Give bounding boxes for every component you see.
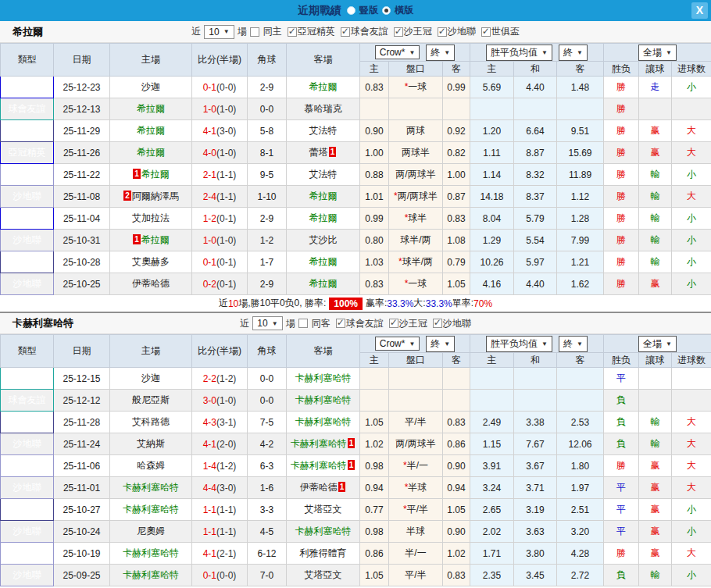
final-odds-select[interactable]: 終▼: [426, 45, 455, 61]
table-row: 球會友誼25-12-12般尼亞斯3-0(1-0)0-0卡赫利塞哈特負: [1, 390, 711, 412]
page-title: 近期戰績: [298, 4, 341, 18]
summary-segment: 100%: [329, 298, 363, 310]
league-checkbox[interactable]: [438, 27, 447, 37]
col-away: 客場: [287, 44, 360, 77]
away-team: 蕾塔1: [287, 142, 360, 164]
home-team: 哈森姆: [110, 455, 192, 477]
mean-away: 3.20: [557, 521, 604, 543]
match-date: 25-09-25: [54, 565, 110, 586]
mean-home: 2.49: [470, 412, 514, 433]
league-badge: 亞冠精英: [1, 142, 54, 164]
same-venue-checkbox[interactable]: [298, 319, 308, 328]
result-outcome: 勝: [604, 98, 639, 120]
away-team: 伊蒂哈德1: [287, 477, 360, 499]
odds-source-select[interactable]: Crow*▼: [375, 337, 420, 351]
close-button[interactable]: X: [691, 2, 708, 19]
match-date: 25-11-29: [54, 120, 110, 142]
mean-away: 2.53: [557, 412, 604, 433]
fulltime-score: 2-2: [203, 373, 216, 384]
mean-draw: 5.54: [514, 230, 557, 251]
mean-odds-select[interactable]: 胜平负均值▼: [486, 45, 552, 61]
match-count-select[interactable]: 10▼: [204, 25, 234, 39]
chevron-down-icon: ▼: [223, 28, 230, 35]
home-team-name: 卡赫利塞哈特: [123, 547, 179, 558]
league-checkbox[interactable]: [336, 319, 345, 328]
layout-radio-label[interactable]: 豎版: [359, 4, 378, 17]
result-goals: 大: [672, 412, 711, 433]
home-team-name: 沙迦: [141, 81, 160, 92]
corners: 1-6: [248, 477, 287, 499]
mean-home: 1.11: [470, 142, 514, 164]
chevron-down-icon: ▼: [666, 340, 672, 347]
odds-home: 0.88: [360, 164, 389, 186]
fulltime-score: 0-1: [203, 570, 216, 581]
sub-away: 客: [443, 62, 470, 77]
result-goals: [672, 390, 711, 412]
match-date: 25-12-23: [54, 77, 110, 98]
away-team-name: 希拉爾: [309, 212, 338, 223]
odds-away: 1.05: [443, 499, 470, 521]
league-checkbox[interactable]: [341, 27, 350, 37]
league-checkbox[interactable]: [394, 27, 403, 37]
corners: 2-9: [248, 273, 287, 295]
corners: 6-3: [248, 455, 287, 477]
team-name: 希拉爾: [13, 25, 43, 39]
mean-home: 2.02: [470, 521, 514, 543]
league-badge: 沙地聯: [1, 477, 54, 499]
halftime-score: (1-2): [216, 461, 236, 472]
league-checkbox[interactable]: [389, 319, 398, 328]
final-odds-select[interactable]: 終▼: [426, 336, 455, 352]
table-row: 亞冠精英25-11-04艾加拉法1-2(0-1)2-9希拉爾0.99*球半0.8…: [1, 208, 711, 230]
mean-draw: 8.87: [514, 142, 557, 164]
odds-away: [443, 98, 470, 120]
same-venue-checkbox[interactable]: [250, 27, 259, 37]
odds-source-select[interactable]: Crow*▼: [375, 45, 420, 59]
layout-radio[interactable]: [382, 6, 391, 15]
mean-away: 2.51: [557, 499, 604, 521]
scope-select[interactable]: 全場▼: [638, 45, 677, 61]
league-badge: 沙地聯: [1, 230, 54, 251]
league-checkbox[interactable]: [288, 27, 297, 37]
mean-home: 1.15: [470, 433, 514, 455]
layout-radio[interactable]: [347, 6, 356, 15]
away-team-name: 卡赫利塞哈特: [295, 394, 352, 405]
score: 0-2(0-1): [192, 273, 248, 295]
result-goals: 小: [672, 499, 711, 521]
home-team-name: 阿爾納澤馬: [132, 191, 179, 201]
sub-result-handicap: 讓球: [639, 353, 672, 368]
league-checkbox[interactable]: [433, 319, 442, 328]
home-team: 1希拉爾: [110, 164, 192, 186]
result-outcome: 平: [604, 368, 639, 390]
league-filter: 沙地聯: [438, 25, 476, 38]
handicap: 平/半: [389, 565, 443, 586]
result-outcome: 勝: [604, 273, 639, 295]
layout-radio-label[interactable]: 橫版: [395, 4, 413, 17]
fulltime-score: 1-0: [203, 235, 216, 246]
home-team-name: 希拉爾: [137, 147, 165, 158]
league-badge: 沙地聯: [1, 273, 54, 295]
result-goals: 小: [672, 521, 711, 543]
away-team: 艾法特: [287, 164, 360, 186]
handicap: 两/两球半: [389, 433, 443, 455]
final-mean-select[interactable]: 終▼: [559, 45, 588, 61]
match-count-select[interactable]: 10▼: [252, 316, 282, 330]
mean-odds-select[interactable]: 胜平负均值▼: [486, 336, 552, 352]
chevron-down-icon: ▼: [409, 49, 415, 56]
handicap-text: 球半/两: [402, 256, 433, 267]
sub-draw: 和: [514, 353, 557, 368]
handicap: *两/两球半: [389, 186, 443, 208]
odds-away: 1.05: [443, 273, 470, 295]
odds-home: 0.94: [360, 477, 389, 499]
final-mean-select[interactable]: 終▼: [559, 336, 588, 352]
sub-handicap: 盤口: [389, 353, 443, 368]
odds-home: 0.83: [360, 77, 389, 98]
match-date: 25-10-24: [54, 521, 110, 543]
away-team: 卡赫利塞哈特: [287, 390, 360, 412]
red-card-badge: 2: [123, 191, 131, 201]
league-checkbox[interactable]: [481, 27, 491, 37]
result-handicap: 赢: [639, 477, 672, 499]
odds-home: 1.00: [360, 142, 389, 164]
result-outcome: 平: [604, 499, 639, 521]
odds-away: [443, 368, 470, 390]
scope-select[interactable]: 全場▼: [638, 336, 677, 352]
